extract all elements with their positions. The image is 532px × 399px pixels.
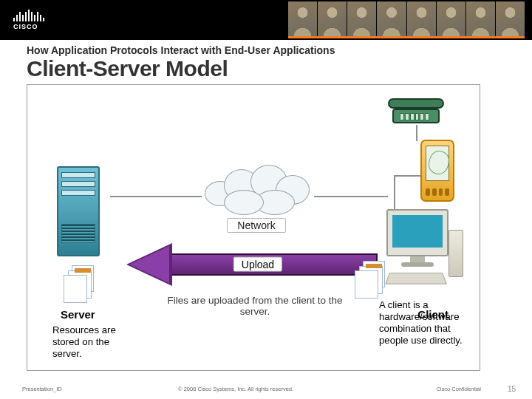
document-number: 659 <box>366 272 376 279</box>
upload-arrow-label: Upload <box>233 257 282 272</box>
diagram-caption: Files are uploaded from the client to th… <box>151 295 358 317</box>
pda-device-icon <box>420 140 454 202</box>
network-cloud-label: Network <box>227 218 286 233</box>
documents-server-icon <box>57 265 101 301</box>
network-cloud-icon <box>199 165 317 216</box>
client-description: A client is a hardware/software combinat… <box>379 299 469 347</box>
server-description: Resources are stored on the server. <box>52 324 140 360</box>
cisco-logo: CISCO <box>13 10 44 30</box>
page-number: 15 <box>508 385 516 393</box>
telephone-icon <box>388 94 446 125</box>
server-heading: Server <box>61 308 95 321</box>
server-icon <box>51 166 115 261</box>
connector-line <box>416 125 417 141</box>
connector-line <box>395 175 420 177</box>
cisco-bars-icon <box>13 10 44 21</box>
presentation-id: Presentation_ID <box>22 386 62 392</box>
diagram-frame: Network Upload 659 Files are uploaded fr… <box>27 84 480 371</box>
decorative-people-strip <box>288 1 525 38</box>
slide-subheading: How Application Protocols Interact with … <box>27 44 511 56</box>
title-bar: CISCO <box>0 0 532 40</box>
connector-line <box>314 196 388 197</box>
cisco-wordmark: CISCO <box>13 23 38 30</box>
connector-line <box>110 196 202 197</box>
footer-copyright: © 2008 Cisco Systems, Inc. All rights re… <box>62 386 410 392</box>
upload-arrow: Upload <box>126 243 378 286</box>
slide-header: How Application Protocols Interact with … <box>0 40 532 81</box>
slide-footer: Presentation_ID © 2008 Cisco Systems, In… <box>0 385 532 393</box>
client-computer-icon <box>382 209 463 296</box>
slide-title: Client-Server Model <box>27 57 511 81</box>
footer-confidential: Cisco Confidential <box>436 386 480 392</box>
